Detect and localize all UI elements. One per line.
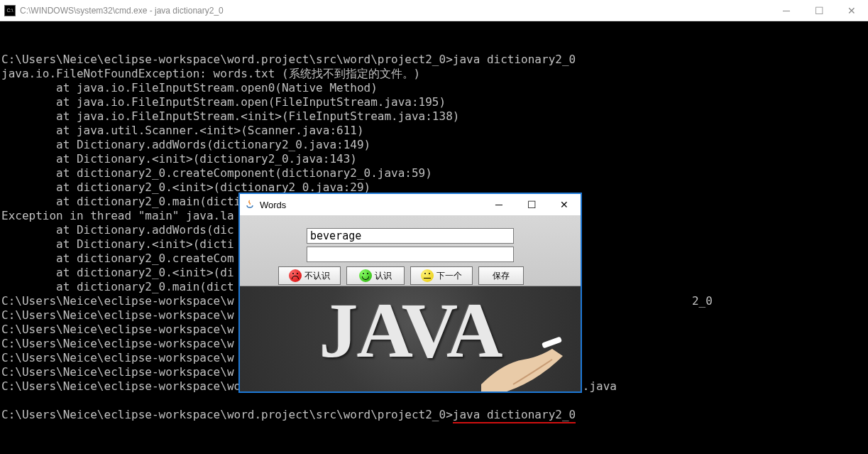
- words-maximize-button[interactable]: ☐: [515, 194, 548, 215]
- unknown-button-label: 不认识: [304, 270, 330, 282]
- cmd-maximize-button[interactable]: ☐: [803, 0, 835, 21]
- definition-input[interactable]: [307, 247, 514, 262]
- words-dialog-titlebar: Words ─ ☐ ✕: [240, 194, 581, 215]
- svg-rect-0: [542, 336, 562, 348]
- cmd-titlebar: C:\ C:\WINDOWS\system32\cmd.exe - java d…: [0, 0, 868, 21]
- highlighted-command: java dictionary2_0: [453, 408, 576, 423]
- happy-face-icon: [359, 269, 372, 282]
- neutral-face-icon: [421, 269, 434, 282]
- next-button[interactable]: 下一个: [410, 266, 473, 285]
- save-button-label: 保存: [493, 270, 510, 282]
- cmd-icon: C:\: [4, 5, 16, 16]
- java-cup-icon: [244, 199, 256, 210]
- words-dialog: Words ─ ☐ ✕ JAVA 不认识 认识: [239, 193, 581, 392]
- cmd-title: C:\WINDOWS\system32\cmd.exe - java dicti…: [20, 6, 770, 16]
- words-dialog-title: Words: [260, 200, 483, 210]
- known-button-label: 认识: [375, 270, 392, 282]
- next-button-label: 下一个: [436, 270, 462, 282]
- words-minimize-button[interactable]: ─: [483, 194, 515, 215]
- hand-drawing-icon: [474, 335, 566, 391]
- unknown-button[interactable]: 不认识: [278, 266, 341, 285]
- known-button[interactable]: 认识: [346, 266, 405, 285]
- sad-face-icon: [289, 269, 302, 282]
- cmd-minimize-button[interactable]: ─: [770, 0, 803, 21]
- save-button[interactable]: 保存: [478, 266, 524, 285]
- words-dialog-content: JAVA 不认识 认识 下一个 保存: [240, 215, 581, 391]
- chalkboard-background: JAVA: [240, 278, 581, 391]
- words-close-button[interactable]: ✕: [548, 194, 581, 215]
- word-input[interactable]: [307, 228, 514, 244]
- cmd-close-button[interactable]: ✕: [835, 0, 868, 21]
